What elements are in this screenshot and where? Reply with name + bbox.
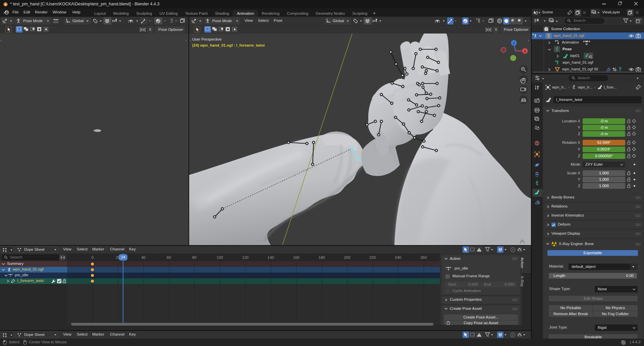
- svg-text:Z: Z: [513, 42, 515, 45]
- svg-text:X: X: [524, 50, 526, 53]
